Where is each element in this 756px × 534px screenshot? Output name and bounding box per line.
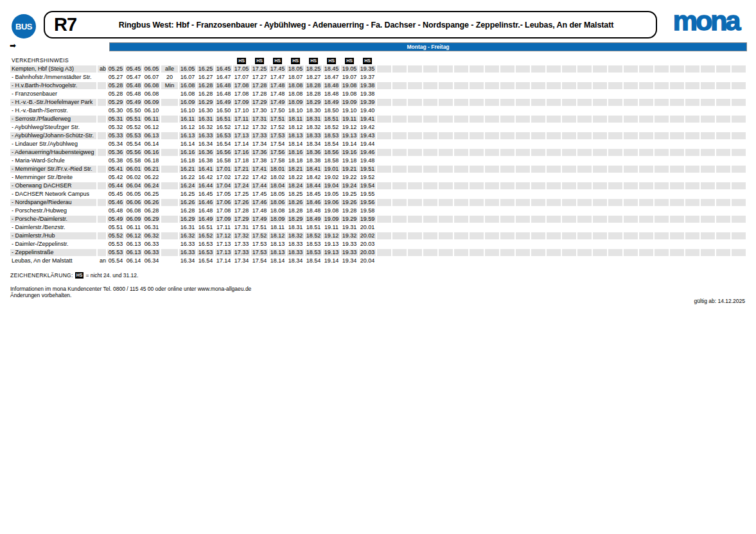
empty-cell [439, 132, 453, 139]
time-cell: 17.12 [215, 232, 232, 239]
time-cell: 17.28 [251, 82, 268, 89]
time-cell: 06.28 [143, 207, 160, 214]
empty-cell [670, 232, 684, 239]
empty-cell [531, 107, 545, 114]
time-cell: 17.14 [215, 257, 232, 264]
empty-cell [685, 224, 699, 231]
time-cell: alle [161, 65, 178, 73]
dep-arr-label-cell [98, 157, 106, 164]
time-cell: 18.31 [305, 116, 322, 123]
empty-cell [516, 116, 530, 123]
empty-cell [716, 107, 730, 114]
time-cell: 16.07 [179, 74, 196, 81]
time-cell: 16.58 [215, 157, 232, 164]
header-cell: HS [269, 56, 286, 64]
empty-cell [701, 174, 715, 181]
empty-cell [392, 116, 407, 123]
empty-cell [593, 116, 607, 123]
time-cell: 16.54 [215, 141, 232, 148]
time-cell: 05.48 [125, 82, 142, 89]
empty-cell [655, 141, 669, 148]
stop-name-cell: - Daimlerstr./Benzstr. [10, 224, 96, 231]
empty-cell [624, 141, 638, 148]
time-cell: 06.10 [143, 107, 160, 114]
time-cell: 17.42 [251, 174, 268, 181]
time-cell: 18.25 [287, 191, 304, 198]
time-cell: 16.52 [215, 124, 232, 131]
header-filler-cell [470, 56, 484, 64]
hs-badge: HS [255, 58, 264, 64]
header-filler-cell [439, 56, 453, 64]
stop-name-cell: - Maria-Ward-Schule [10, 157, 96, 164]
empty-cell [454, 82, 468, 89]
empty-cell [485, 216, 499, 223]
time-cell: 05.51 [125, 116, 142, 123]
empty-cell [655, 107, 669, 114]
time-cell: 06.31 [143, 224, 160, 231]
empty-cell [377, 107, 391, 114]
time-cell: 19.32 [341, 232, 358, 239]
time-cell: 17.48 [269, 90, 286, 98]
stop-name-cell: - H.-v.-Barth-/Serrostr. [10, 107, 96, 114]
time-cell: 18.08 [269, 207, 286, 214]
empty-cell [547, 132, 561, 139]
empty-cell [531, 257, 545, 264]
empty-cell [562, 182, 576, 189]
empty-cell [655, 90, 669, 98]
time-cell: 16.36 [197, 149, 214, 156]
time-cell: 16.33 [179, 249, 196, 256]
table-row: - Memminger Str./Fr.v.-Ried Str.05.4106.… [10, 166, 746, 173]
empty-cell [732, 166, 746, 173]
empty-cell [547, 224, 561, 231]
empty-cell [500, 74, 514, 81]
time-cell: 19.46 [359, 149, 376, 156]
header-filler-cell [547, 56, 561, 64]
dep-arr-label-cell [98, 116, 106, 123]
empty-cell [577, 132, 592, 139]
time-cell: 16.10 [179, 107, 196, 114]
empty-cell [670, 124, 684, 131]
time-cell: 19.52 [359, 174, 376, 181]
empty-cell [531, 132, 545, 139]
empty-cell [670, 141, 684, 148]
empty-cell [470, 90, 484, 98]
empty-cell [485, 166, 499, 173]
time-cell: 16.16 [179, 149, 196, 156]
empty-cell [670, 107, 684, 114]
empty-cell [408, 174, 422, 181]
header-cell [107, 56, 124, 64]
empty-cell [732, 207, 746, 214]
empty-cell [408, 124, 422, 131]
empty-cell [716, 90, 730, 98]
empty-cell [516, 149, 530, 156]
mona-logo: mona [664, 5, 748, 37]
dep-arr-label-cell [98, 166, 106, 173]
time-cell: 18.56 [323, 149, 340, 156]
empty-cell [408, 157, 422, 164]
empty-cell [516, 174, 530, 181]
time-cell: 16.26 [179, 199, 196, 206]
time-cell: 16.22 [179, 174, 196, 181]
time-cell: 18.48 [323, 90, 340, 98]
empty-cell [685, 232, 699, 239]
empty-cell [423, 174, 437, 181]
empty-cell [577, 224, 592, 231]
table-row: - Daimlerstr./Benzstr.05.5106.1106.3116.… [10, 224, 746, 231]
time-cell: 17.38 [251, 157, 268, 164]
empty-cell [608, 249, 622, 256]
stop-name-cell: - H.-v.-B.-Str./Hoefelmayer Park [10, 99, 96, 106]
time-cell: 05.49 [107, 216, 124, 223]
empty-cell [577, 74, 592, 81]
empty-cell [408, 224, 422, 231]
empty-cell [577, 107, 592, 114]
empty-cell [655, 182, 669, 189]
empty-cell [531, 232, 545, 239]
empty-cell [577, 182, 592, 189]
time-cell: 19.14 [323, 257, 340, 264]
empty-cell [531, 149, 545, 156]
empty-cell [655, 224, 669, 231]
time-cell: 06.21 [143, 166, 160, 173]
time-cell: 17.48 [269, 82, 286, 89]
empty-cell [732, 107, 746, 114]
empty-cell [392, 74, 407, 81]
